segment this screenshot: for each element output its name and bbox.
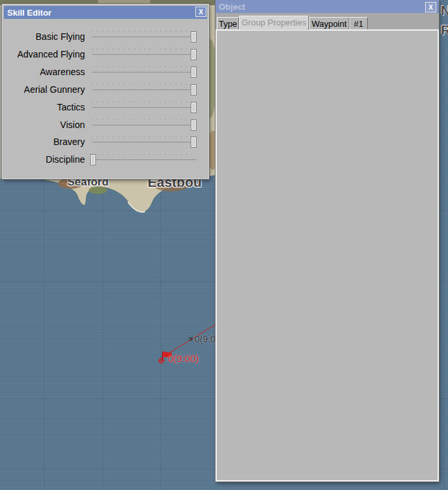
slider-track[interactable] (92, 54, 197, 55)
skill-editor-window: Skill Editor X Basic Flying Advanced Fly… (2, 4, 209, 179)
slider-thumb-awareness[interactable] (191, 67, 196, 77)
skill-label-basic-flying: Basic Flying (8, 31, 85, 42)
waypoint-label-dark[interactable]: 0(9:0 (195, 334, 216, 344)
group-properties-panel (216, 29, 439, 482)
skill-label-awareness: Awareness (8, 67, 85, 77)
slider-ticks (92, 66, 197, 67)
map-edge-fragment-2: R (441, 22, 448, 38)
slider-thumb-bravery[interactable] (191, 137, 196, 147)
skill-editor-titlebar[interactable]: Skill Editor (4, 6, 207, 19)
slider-track[interactable] (92, 159, 197, 160)
skill-label-tactics: Tactics (8, 102, 85, 112)
slider-ticks (92, 136, 197, 137)
tab-waypoint[interactable]: Waypoint (309, 17, 349, 29)
slider-track[interactable] (92, 37, 197, 37)
object-titlebar[interactable]: Object (216, 0, 439, 13)
slider-ticks (92, 84, 197, 85)
slider-ticks (92, 101, 197, 103)
slider-thumb-advanced-flying[interactable] (191, 50, 196, 59)
object-title: Object (219, 2, 245, 12)
slider-thumb-vision[interactable] (191, 120, 196, 130)
map-edge-fragment-1: N (441, 3, 448, 18)
skill-editor-title: Skill Editor (7, 8, 52, 18)
slider-track[interactable] (92, 107, 197, 108)
skill-label-aerial-gunnery: Aerial Gunnery (8, 84, 85, 95)
slider-thumb-tactics[interactable] (191, 103, 196, 112)
tab-type[interactable]: Type (217, 17, 239, 29)
slider-thumb-aerial-gunnery[interactable] (191, 85, 196, 95)
slider-thumb-basic-flying[interactable] (191, 32, 196, 42)
waypoint-label-red[interactable]: 0(9:00) (168, 353, 199, 364)
tab-group-properties[interactable]: Group Properties (239, 16, 309, 30)
object-window: Object X Type Group Properties Waypoint … (216, 0, 439, 482)
skill-label-vision: Vision (8, 120, 85, 130)
skill-label-advanced-flying: Advanced Flying (8, 49, 85, 59)
skill-label-bravery: Bravery (8, 137, 85, 147)
slider-track[interactable] (92, 125, 197, 125)
close-icon[interactable]: X (425, 2, 436, 12)
slider-track[interactable] (92, 72, 197, 73)
slider-thumb-discipline[interactable] (91, 155, 95, 165)
slider-track[interactable] (92, 142, 197, 142)
slider-ticks (92, 48, 197, 50)
slider-ticks (92, 154, 197, 155)
tab-waypoint-number[interactable]: #1 (349, 17, 368, 29)
slider-ticks (92, 119, 197, 120)
close-icon[interactable]: X (195, 7, 206, 17)
slider-ticks (92, 31, 197, 32)
skill-label-discipline: Discipline (8, 154, 85, 165)
slider-track[interactable] (92, 90, 197, 90)
